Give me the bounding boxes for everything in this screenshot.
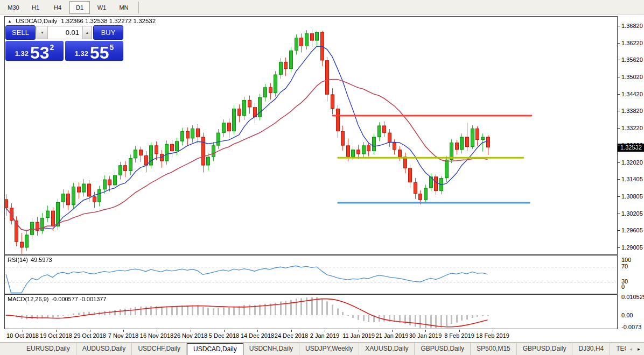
- price-axis-label: 1.34420: [621, 91, 643, 97]
- price-axis-tick: [618, 214, 620, 214]
- timeframe-button-w1[interactable]: W1: [92, 1, 112, 14]
- price-axis-label: 1.29005: [621, 244, 643, 251]
- price-scale[interactable]: 1.32532 1.368201.362201.356201.350201.34…: [618, 16, 644, 329]
- macd-indicator-label: MACD(12,26,9) -0.000577 -0.001377: [8, 296, 107, 302]
- sell-price-prefix: 1.32: [15, 49, 29, 58]
- buy-price-pip: 5: [110, 43, 114, 52]
- timeframe-button-group: M30H1H4D1W1MN: [3, 1, 136, 14]
- chart-tab-usdchf-daily[interactable]: USDCHF,Daily: [132, 343, 187, 355]
- price-axis-label: 1.30805: [621, 193, 643, 200]
- chart-tab-usdcnh-daily[interactable]: USDCNH,Daily: [243, 343, 299, 355]
- price-axis-tick: [618, 247, 620, 248]
- timeframe-button-m30[interactable]: M30: [3, 1, 24, 14]
- chart-tab-tech100[interactable]: TECH100: [610, 343, 626, 355]
- chart-tab-bar: EURUSD,DailyAUDUSD,DailyUSDCHF,DailyUSDC…: [0, 342, 644, 355]
- date-axis[interactable]: 10 Oct 201819 Oct 201829 Oct 20187 Nov 2…: [4, 330, 618, 340]
- macd-values: -0.000577 -0.001377: [51, 296, 106, 302]
- price-axis-label: 1.32020: [621, 159, 643, 166]
- timeframe-toolbar: M30H1H4D1W1MN: [0, 0, 644, 15]
- rsi-value: 49.5973: [31, 257, 52, 263]
- buy-button[interactable]: BUY: [93, 25, 123, 40]
- volume-stepper: ▼ ▲: [37, 26, 92, 39]
- collapse-arrow-icon[interactable]: ▲: [8, 19, 12, 24]
- price-axis-label: 1.35020: [621, 74, 643, 80]
- date-axis-tick: [257, 330, 258, 332]
- price-axis-tick: [618, 94, 620, 95]
- chart-tab-usdcad-daily[interactable]: USDCAD,Daily: [187, 343, 243, 355]
- tab-scroll-left-icon[interactable]: ◄: [629, 347, 633, 352]
- rsi-indicator-label: RSI(14) 49.5973: [8, 257, 52, 263]
- rsi-name: RSI(14): [8, 257, 28, 263]
- price-axis-label: 1.33220: [621, 125, 643, 131]
- price-axis-tick: [618, 77, 620, 77]
- rsi-axis-label: 100: [621, 257, 631, 263]
- macd-axis-label: -0.0073: [621, 324, 641, 330]
- date-axis-label: 30 Jan 2019: [409, 332, 442, 339]
- chart-tab-gbpusd-daily[interactable]: GBPUSD,Daily: [415, 343, 471, 355]
- chart-tab-xauusd-daily[interactable]: XAUUSD,Daily: [359, 343, 415, 355]
- date-axis-label: 5 Dec 2018: [209, 332, 239, 339]
- volume-decrease-icon[interactable]: ▼: [37, 26, 48, 39]
- price-axis-tick: [618, 230, 620, 231]
- date-axis-tick: [325, 330, 325, 332]
- volume-input[interactable]: [48, 26, 82, 39]
- date-axis-label: 10 Oct 2018: [6, 332, 39, 339]
- date-axis-label: 21 Jan 2019: [376, 332, 409, 339]
- chart-symbol-label: USDCAD,Daily: [16, 18, 57, 24]
- rsi-canvas[interactable]: [5, 255, 616, 294]
- date-axis-label: 19 Oct 2018: [40, 332, 72, 339]
- buy-price-big: 55: [90, 46, 109, 60]
- buy-price-prefix: 1.32: [75, 49, 88, 58]
- tab-scroll-controls: ◄ ►: [626, 343, 644, 355]
- date-axis-tick: [392, 330, 393, 332]
- volume-increase-icon[interactable]: ▲: [82, 26, 92, 39]
- price-axis-label: 1.30205: [621, 210, 643, 217]
- date-axis-label: 7 Nov 2018: [108, 332, 138, 339]
- date-axis-tick: [359, 330, 359, 332]
- date-axis-label: 16 Nov 2018: [140, 332, 173, 339]
- macd-axis-label: 0.010525: [621, 294, 644, 300]
- price-axis-tick: [618, 196, 620, 197]
- chart-tab-usdjpy-weekly[interactable]: USDJPY,Weekly: [299, 343, 359, 355]
- price-axis-tick: [618, 60, 620, 60]
- date-axis-tick: [90, 330, 90, 332]
- chart-tab-dj30-h4[interactable]: DJ30,H4: [572, 343, 610, 355]
- price-axis-label: 1.36820: [621, 23, 643, 29]
- date-axis-label: 18 Feb 2019: [476, 332, 509, 339]
- date-axis-tick: [157, 330, 157, 332]
- price-axis-tick: [618, 145, 620, 146]
- mt4-application: M30H1H4D1W1MN ▲ USDCAD,Daily 1.32366 1.3…: [0, 0, 644, 355]
- chart-tab-sp500-m15[interactable]: SP500,M15: [471, 343, 517, 355]
- date-axis-label: 11 Jan 2019: [342, 332, 375, 339]
- chart-tab-audusd-daily[interactable]: AUDUSD,Daily: [76, 343, 132, 355]
- chart-title: ▲ USDCAD,Daily 1.32366 1.32538 1.32272 1…: [8, 18, 156, 24]
- date-axis-label: 26 Nov 2018: [174, 332, 207, 339]
- price-axis-tick: [618, 179, 620, 180]
- price-axis-label: 1.29605: [621, 227, 643, 233]
- chart-tab-gbpusd-daily[interactable]: GBPUSD,Daily: [517, 343, 573, 355]
- date-axis-label: 2 Jan 2019: [310, 332, 339, 339]
- price-axis-label: 1.36220: [621, 40, 643, 46]
- date-axis-label: 14 Dec 2018: [241, 332, 274, 339]
- chart-tab-strip: EURUSD,DailyAUDUSD,DailyUSDCHF,DailyUSDC…: [20, 343, 626, 355]
- buy-price-display[interactable]: 1.32 55 5: [65, 41, 123, 61]
- date-axis-tick: [224, 330, 225, 332]
- timeframe-button-h4[interactable]: H4: [47, 1, 68, 14]
- price-axis-tick: [618, 43, 620, 44]
- sell-button[interactable]: SELL: [5, 25, 36, 40]
- timeframe-button-d1[interactable]: D1: [69, 1, 90, 14]
- sell-price-pip: 2: [50, 43, 54, 52]
- chart-tab-eurusd-daily[interactable]: EURUSD,Daily: [20, 343, 76, 355]
- chart-ohlc-values: 1.32366 1.32538 1.32272 1.32532: [61, 18, 156, 24]
- price-axis-tick: [618, 26, 620, 26]
- date-axis-tick: [291, 330, 292, 332]
- timeframe-button-h1[interactable]: H1: [25, 1, 46, 14]
- tab-scroll-right-icon[interactable]: ►: [637, 347, 641, 352]
- timeframe-button-mn[interactable]: MN: [114, 1, 134, 14]
- one-click-trading-panel: SELL ▼ ▲ BUY 1.32 53 2 1.32 55 5: [5, 25, 123, 61]
- price-axis-label: 1.35620: [621, 56, 643, 63]
- sell-price-display[interactable]: 1.32 53 2: [5, 41, 64, 61]
- date-axis-tick: [123, 330, 124, 332]
- date-axis-tick: [191, 330, 191, 332]
- date-axis-tick: [493, 330, 493, 332]
